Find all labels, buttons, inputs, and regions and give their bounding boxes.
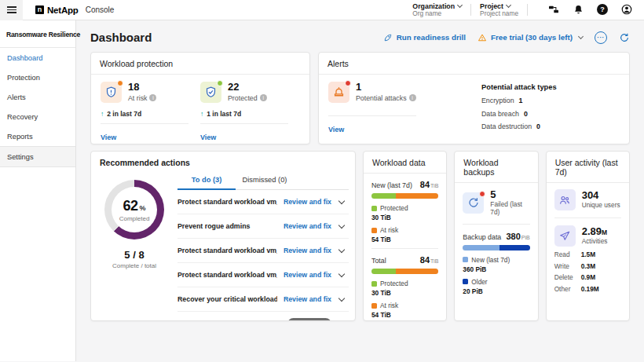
total-data-value: 84 bbox=[420, 255, 430, 265]
recommended-row: Recover your critical workloads faster R… bbox=[177, 287, 349, 312]
sidebar-item-recovery[interactable]: Recovery bbox=[0, 107, 75, 126]
recommended-actions-card: Recommended actions 62% Completed 5 / 8 bbox=[90, 151, 356, 321]
protected-value: 22 bbox=[228, 82, 267, 93]
legend-item: At risk bbox=[371, 226, 438, 234]
run-readiness-drill-button[interactable]: Run readiness drill bbox=[383, 33, 466, 42]
info-icon[interactable]: i bbox=[260, 94, 267, 101]
review-and-fix-link[interactable]: Review and fix bbox=[284, 295, 331, 303]
review-and-fix-link[interactable]: Review and fix bbox=[284, 271, 331, 279]
completion-label: Completed bbox=[119, 215, 150, 222]
legend-swatch bbox=[371, 281, 377, 287]
refresh-button[interactable] bbox=[619, 32, 630, 43]
alerts-card: Alerts 1 Potenti bbox=[318, 52, 630, 144]
workload-backups-card: Workload backups 5 Failed (last 7d) bbox=[454, 151, 538, 321]
legend-swatch bbox=[463, 257, 468, 262]
sidebar-item-alerts[interactable]: Alerts bbox=[0, 87, 75, 107]
free-trial-dropdown[interactable]: Free trial (30 days left) bbox=[478, 33, 583, 42]
notifications-bell-icon[interactable] bbox=[572, 3, 584, 16]
new-backups-segment bbox=[463, 245, 499, 250]
workload-protection-title: Workload protection bbox=[91, 53, 309, 75]
user-activity-card: User activity (last 7d) 304 Unique users bbox=[546, 151, 630, 321]
protected-delta: 1 in last 7d bbox=[207, 110, 241, 118]
activity-row: Other0.19M bbox=[554, 285, 621, 293]
protected-view-link[interactable]: View bbox=[200, 133, 216, 141]
legend-swatch bbox=[463, 279, 468, 284]
info-icon[interactable]: i bbox=[149, 94, 156, 101]
completion-donut-block: 62% Completed 5 / 8 Complete / total bbox=[91, 169, 177, 320]
potential-attacks-stat: 1 Potential attacks i View bbox=[328, 82, 481, 136]
status-dot bbox=[479, 191, 485, 197]
recommended-actions-title: Recommended actions bbox=[91, 152, 355, 169]
attack-type-row: Data breach0 bbox=[481, 110, 557, 118]
recommended-row: Integrate with your security... Complete bbox=[177, 312, 349, 321]
organization-value: Org name bbox=[412, 10, 462, 18]
sidebar-item-reports[interactable]: Reports bbox=[0, 126, 75, 146]
sidebar-title: Ransomware Resilience bbox=[0, 20, 75, 48]
complete-badge: Complete bbox=[287, 318, 331, 322]
legend-swatch bbox=[371, 228, 377, 233]
menu-button[interactable] bbox=[0, 0, 23, 20]
workload-protection-card: Workload protection 18 bbox=[90, 52, 310, 144]
sidebar-item-settings[interactable]: Settings bbox=[0, 146, 75, 167]
divider bbox=[328, 115, 416, 116]
new-data-value: 84 bbox=[420, 180, 430, 189]
more-options-button[interactable]: ··· bbox=[595, 31, 607, 44]
review-and-fix-link[interactable]: Review and fix bbox=[284, 247, 331, 254]
sidebar-item-protection[interactable]: Protection bbox=[0, 68, 75, 87]
protected-segment bbox=[371, 269, 396, 274]
legend-item: Protected bbox=[371, 204, 438, 212]
potential-attacks-value: 1 bbox=[356, 82, 416, 93]
chevron-down-icon[interactable] bbox=[338, 294, 345, 301]
review-and-fix-link[interactable]: Review and fix bbox=[284, 198, 331, 206]
chevron-down-icon[interactable] bbox=[338, 197, 345, 203]
status-dot bbox=[217, 80, 223, 86]
recommended-row: Protect standard workload vm_datastore_u… bbox=[177, 263, 349, 287]
status-dot bbox=[345, 80, 351, 86]
divider bbox=[554, 218, 621, 218]
alerts-view-link[interactable]: View bbox=[328, 126, 344, 133]
project-picker[interactable]: Project Project name bbox=[480, 2, 518, 18]
recommended-row: Protect standard workload vm_datastore_u… bbox=[177, 190, 349, 214]
legend-item: New (last 7d) bbox=[463, 256, 529, 264]
up-arrow-icon: ↑ bbox=[200, 110, 203, 118]
activity-row: Write0.3M bbox=[554, 262, 621, 270]
legend-swatch bbox=[371, 303, 377, 309]
help-icon[interactable]: ? bbox=[596, 3, 609, 16]
netapp-logo[interactable]: n NetApp bbox=[35, 5, 79, 15]
potential-attacks-label: Potential attacks bbox=[356, 94, 407, 102]
at-risk-stat: 18 At risk i ↑ 2 in last 7d View bbox=[101, 82, 200, 143]
tab-dismissed[interactable]: Dismissed (0) bbox=[236, 169, 294, 189]
new-data-bar-chart bbox=[371, 193, 438, 199]
connector-icon[interactable] bbox=[547, 3, 560, 16]
chevron-down-icon[interactable] bbox=[338, 319, 345, 321]
chevron-down-icon[interactable] bbox=[338, 221, 345, 228]
activities-value: 2.89 bbox=[582, 225, 602, 237]
divider bbox=[371, 248, 438, 249]
chevron-down-icon bbox=[578, 34, 584, 39]
legend-item: Older bbox=[463, 278, 529, 286]
at-risk-view-link[interactable]: View bbox=[101, 133, 116, 141]
page-header: Dashboard Run readiness drill Free trial… bbox=[76, 20, 644, 52]
backup-data-value: 380 bbox=[506, 232, 520, 241]
organization-picker[interactable]: Organization Org name bbox=[412, 2, 462, 18]
at-risk-value: 18 bbox=[128, 82, 156, 93]
users-icon bbox=[554, 189, 576, 210]
at-risk-delta: 2 in last 7d bbox=[107, 110, 141, 118]
brand-name: NetApp bbox=[47, 5, 79, 15]
shield-alert-icon bbox=[101, 82, 122, 103]
tab-todo[interactable]: To do (3) bbox=[177, 169, 236, 190]
divider bbox=[101, 123, 188, 124]
sidebar-item-dashboard[interactable]: Dashboard bbox=[0, 48, 75, 68]
alerts-title: Alerts bbox=[319, 53, 629, 75]
attack-types: Potential attack types Encryption1 Data … bbox=[481, 82, 557, 136]
legend-item: Protected bbox=[371, 280, 438, 287]
review-and-fix-link[interactable]: Review and fix bbox=[284, 222, 331, 230]
workload-data-title: Workload data bbox=[364, 152, 446, 174]
info-icon[interactable]: i bbox=[409, 94, 416, 101]
account-icon[interactable] bbox=[620, 3, 633, 16]
completion-fraction: 5 / 8 bbox=[91, 249, 177, 261]
chevron-down-icon[interactable] bbox=[338, 246, 345, 252]
completion-fraction-label: Complete / total bbox=[91, 262, 177, 269]
chevron-down-icon[interactable] bbox=[338, 270, 345, 276]
refresh-icon bbox=[619, 32, 630, 43]
